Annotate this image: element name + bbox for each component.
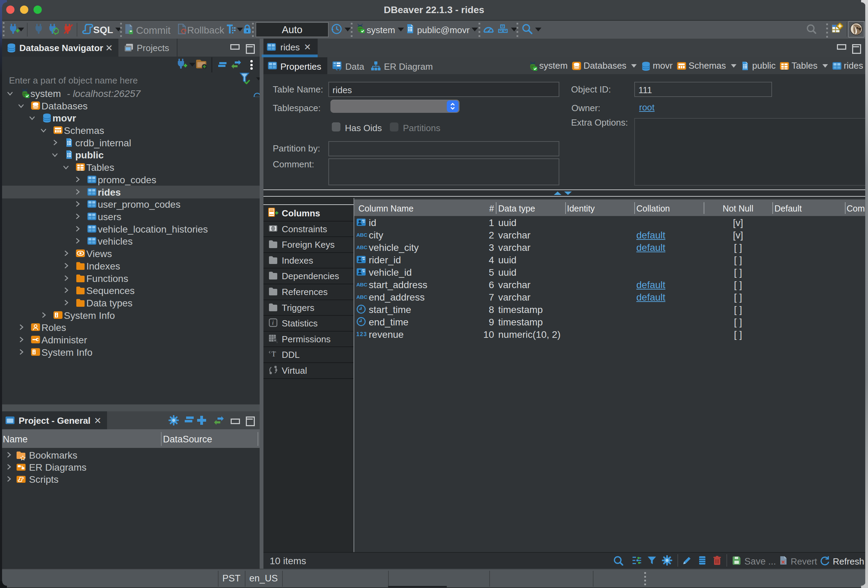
- svg-text:123: 123: [356, 331, 367, 337]
- svg-text:ABC: ABC: [356, 294, 368, 300]
- svg-text:T: T: [272, 349, 276, 358]
- svg-text:ABC: ABC: [356, 244, 368, 250]
- svg-text:ABC: ABC: [356, 232, 368, 238]
- svg-text:i: i: [272, 320, 274, 326]
- svg-text:ABC: ABC: [356, 281, 368, 287]
